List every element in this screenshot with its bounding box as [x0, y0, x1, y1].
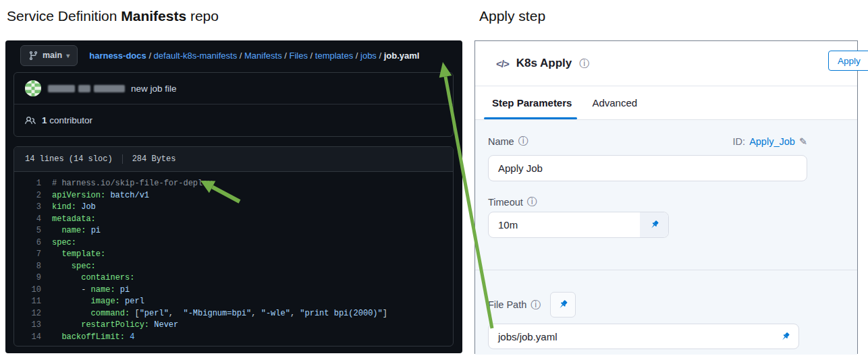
name-input-value: Apply Job	[489, 162, 807, 174]
file-viewer: 14 lines (14 sloc) 284 Bytes 1# harness.…	[13, 146, 454, 346]
line-number[interactable]: 1	[14, 178, 52, 190]
breadcrumb-repo-link[interactable]: harness-docs	[89, 51, 146, 61]
timeout-pin-toggle[interactable]	[640, 212, 668, 237]
pushpin-icon	[780, 332, 790, 342]
file-path-label-text: File Path	[488, 299, 526, 310]
line-number[interactable]: 5	[14, 225, 52, 237]
line-number[interactable]: 10	[14, 284, 52, 297]
info-icon[interactable]: ⓘ	[518, 135, 528, 148]
code-line: 13 restartPolicy: Never	[14, 320, 453, 332]
people-icon	[25, 115, 36, 126]
line-number[interactable]: 14	[14, 332, 52, 344]
breadcrumb-link[interactable]: jobs	[360, 51, 377, 61]
redacted-text-block	[78, 85, 90, 92]
code-line-content: apiVersion: batch/v1	[52, 190, 149, 202]
line-number[interactable]: 12	[14, 308, 52, 320]
breadcrumb-current-file: job.yaml	[384, 51, 420, 61]
info-icon[interactable]: ⓘ	[527, 195, 537, 208]
code-line-content: restartPolicy: Never	[52, 320, 178, 332]
id-label: ID:	[733, 136, 746, 147]
name-label-text: Name	[488, 136, 514, 147]
file-lines-info: 14 lines (14 sloc)	[25, 154, 113, 164]
name-input[interactable]: Apply Job	[488, 155, 807, 181]
pushpin-icon	[649, 220, 659, 230]
code-line-content: name: pi	[52, 225, 101, 237]
avatar[interactable]	[25, 80, 41, 96]
file-meta-bar: 14 lines (14 sloc) 284 Bytes	[14, 147, 453, 172]
code-block: 1# harness.io/skip-file-for-deploy2apiVe…	[14, 172, 453, 343]
step-header: </> K8s Apply ⓘ Apply	[475, 41, 857, 86]
redacted-text-block	[94, 85, 125, 92]
file-path-pin-button[interactable]	[550, 292, 576, 318]
timeout-field-label: Timeout ⓘ	[488, 195, 537, 208]
pushpin-icon	[558, 299, 568, 310]
tab-advanced[interactable]: Advanced	[592, 86, 637, 119]
file-path-input-value: jobs/job.yaml	[489, 331, 780, 342]
breadcrumb-separator: /	[353, 51, 360, 61]
section-divider	[475, 270, 857, 270]
line-number[interactable]: 4	[14, 214, 52, 226]
line-number[interactable]: 9	[14, 272, 52, 284]
code-line: 6spec:	[14, 237, 453, 249]
line-number[interactable]: 11	[14, 296, 52, 308]
repo-header: main ▾ harness-docs / default-k8s-manife…	[20, 45, 456, 65]
tab-step-parameters[interactable]: Step Parameters	[492, 86, 572, 119]
breadcrumb-link[interactable]: Files	[290, 51, 308, 61]
breadcrumb-link[interactable]: Manifests	[244, 51, 282, 61]
breadcrumb-separator: /	[146, 51, 154, 61]
code-line: 8 spec:	[14, 261, 453, 273]
timeout-label-text: Timeout	[488, 197, 523, 208]
name-field-label: Name ⓘ	[488, 135, 528, 148]
line-number[interactable]: 2	[14, 190, 52, 202]
file-path-field-label: File Path ⓘ	[488, 299, 541, 311]
code-line: 7 template:	[14, 249, 453, 261]
code-line-content: spec:	[52, 261, 96, 273]
code-line: 1# harness.io/skip-file-for-deploy	[14, 178, 453, 190]
code-line: 5 name: pi	[14, 225, 453, 237]
right-section-title: Apply step	[479, 8, 545, 24]
line-number[interactable]: 7	[14, 249, 52, 261]
id-value[interactable]: Apply_Job	[749, 136, 795, 147]
breadcrumb-link[interactable]: default-k8s-manifests	[154, 51, 238, 61]
breadcrumb-link[interactable]: templates	[315, 51, 353, 61]
git-branch-icon	[28, 51, 38, 61]
redacted-text-block	[48, 85, 75, 92]
edit-pencil-icon[interactable]: ✎	[799, 136, 807, 147]
code-line: 12 command: ["perl", "-Mbignum=bpi", "-w…	[14, 308, 453, 320]
file-path-input[interactable]: jobs/job.yaml	[488, 324, 799, 349]
code-line-content: metadata:	[52, 214, 96, 226]
line-number[interactable]: 13	[14, 320, 52, 332]
contributors-row[interactable]: 1 contributor	[14, 104, 453, 136]
file-path-pin-toggle[interactable]	[780, 332, 790, 342]
breadcrumb-separator: /	[282, 51, 290, 61]
commit-message[interactable]: new job file	[131, 84, 177, 94]
screenshot-canvas: Service Definition Manifests repo Apply …	[0, 0, 868, 362]
latest-commit-row[interactable]: new job file	[14, 73, 453, 104]
line-number[interactable]: 8	[14, 261, 52, 273]
step-parameters-content: Name ⓘ ID: Apply_Job ✎ Apply Job Timeout…	[475, 120, 857, 355]
info-icon[interactable]: ⓘ	[531, 299, 541, 311]
branch-selector[interactable]: main ▾	[20, 45, 78, 66]
step-id: ID: Apply_Job ✎	[733, 136, 807, 147]
contributor-count: 1	[42, 115, 47, 125]
info-icon[interactable]: ⓘ	[579, 57, 589, 70]
breadcrumb-separator: /	[308, 51, 315, 61]
title-bold: Manifests	[121, 8, 186, 24]
code-line-content: - name: pi	[52, 284, 130, 297]
code-line: 3kind: Job	[14, 202, 453, 214]
timeout-input[interactable]: 10m	[488, 212, 669, 238]
contributors-label: 1 contributor	[42, 115, 92, 125]
identicon	[25, 80, 41, 96]
timeout-input-value: 10m	[489, 219, 640, 231]
line-number[interactable]: 6	[14, 237, 52, 249]
code-line-content: command: ["perl", "-Mbignum=bpi", "-wle"…	[52, 308, 387, 320]
code-line: 14 backoffLimit: 4	[14, 332, 453, 344]
step-tabs: Step Parameters Advanced	[475, 86, 857, 120]
code-line-content: containers:	[52, 272, 134, 284]
chevron-down-icon: ▾	[66, 52, 70, 59]
line-number[interactable]: 3	[14, 202, 52, 214]
apply-changes-button[interactable]: Apply	[828, 51, 868, 71]
file-size-info: 284 Bytes	[122, 154, 176, 164]
code-line: 2apiVersion: batch/v1	[14, 190, 453, 202]
title-prefix: Service Definition	[7, 8, 121, 24]
